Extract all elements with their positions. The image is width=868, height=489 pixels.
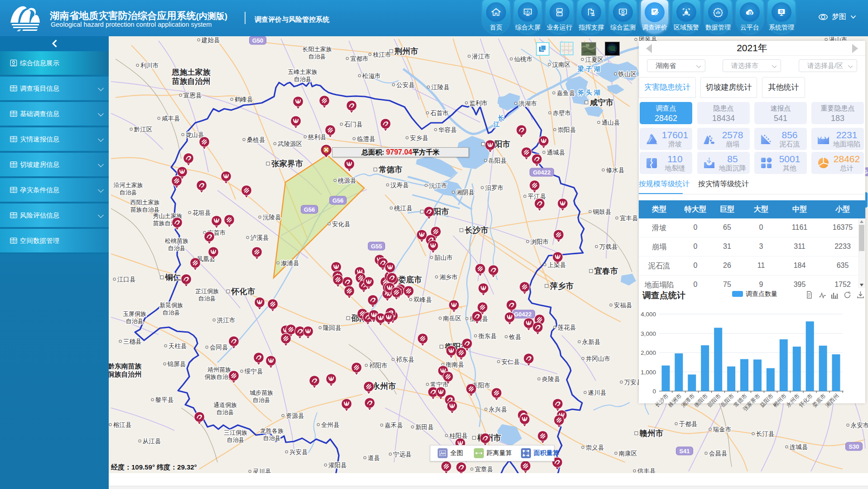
svg-text:自治县: 自治县 (126, 318, 144, 324)
svg-text:祁阳市: 祁阳市 (369, 362, 388, 369)
svg-text:仙桃市: 仙桃市 (514, 56, 533, 63)
svg-text:江陵县: 江陵县 (431, 84, 450, 91)
svg-text:会昌县: 会昌县 (709, 450, 728, 457)
svg-text:常德市: 常德市 (379, 165, 403, 174)
svg-text:咸丰县: 咸丰县 (162, 115, 180, 122)
svg-text:S41: S41 (679, 448, 690, 455)
svg-text:崇阳县: 崇阳县 (558, 126, 576, 133)
svg-text:桑植县: 桑植县 (247, 136, 265, 143)
svg-text:长汀县: 长汀县 (756, 431, 775, 437)
svg-text:江夏区: 江夏区 (585, 56, 604, 63)
svg-text:自治县: 自治县 (227, 436, 245, 443)
svg-text:梁 子 湖: 梁 子 湖 (577, 65, 600, 73)
svg-text:沅陵县: 沅陵县 (263, 214, 281, 221)
svg-text:侗族自治州: 侗族自治州 (109, 370, 142, 378)
svg-text:恩施土家族: 恩施土家族 (172, 68, 211, 77)
svg-text:怀化市: 怀化市 (231, 287, 256, 296)
svg-text:三穗县: 三穗县 (123, 338, 142, 345)
svg-text:长沙市: 长沙市 (464, 226, 489, 235)
svg-text:武陵源区: 武陵源区 (277, 140, 302, 147)
svg-text:S30: S30 (849, 443, 859, 450)
svg-text:兴安县: 兴安县 (289, 449, 308, 455)
svg-text:铜仁: 铜仁 (165, 273, 182, 282)
svg-text:龙胜各族: 龙胜各族 (260, 427, 284, 434)
svg-text:建始县: 建始县 (201, 37, 220, 44)
svg-text:莲花县: 莲花县 (558, 324, 576, 331)
svg-text:通山县: 通山县 (602, 119, 620, 126)
svg-text:通城县: 通城县 (547, 149, 565, 156)
svg-text:咸宁市: 咸宁市 (589, 98, 614, 107)
svg-text:苗族自治县: 苗族自治县 (130, 206, 160, 213)
svg-text:自治县: 自治县 (253, 397, 270, 403)
svg-text:祁东县: 祁东县 (395, 356, 415, 363)
svg-text:宣恩县: 宣恩县 (183, 92, 202, 99)
svg-text:安化县: 安化县 (332, 221, 351, 228)
svg-text:G56: G56 (304, 206, 315, 213)
svg-text:自治县: 自治县 (163, 309, 180, 316)
svg-text:新晃侗族: 新晃侗族 (159, 302, 183, 309)
svg-text:汨罗市: 汨罗市 (485, 184, 504, 191)
svg-text:万载县: 万载县 (599, 243, 618, 250)
svg-text:三江侗族: 三江侗族 (224, 429, 247, 436)
svg-text:资源县: 资源县 (286, 412, 304, 419)
svg-text:公安县: 公安县 (396, 82, 415, 88)
svg-text:娄底市: 娄底市 (398, 275, 422, 284)
svg-text:双峰县: 双峰县 (414, 296, 432, 303)
svg-text:永安市: 永安市 (850, 422, 868, 429)
svg-text:靖州苗族: 靖州苗族 (207, 366, 231, 373)
svg-text:斧 头 湖: 斧 头 湖 (577, 89, 600, 96)
svg-text:安福县: 安福县 (614, 302, 632, 309)
svg-text:桃源县: 桃源县 (338, 177, 357, 184)
svg-text:全州县: 全州县 (321, 421, 340, 428)
svg-text:炎陵县: 炎陵县 (542, 376, 560, 382)
svg-text:G55: G55 (371, 243, 382, 250)
svg-text:长阳土家族: 长阳土家族 (303, 46, 332, 53)
svg-text:松滋市: 松滋市 (362, 73, 381, 79)
svg-text:浏阳市: 浏阳市 (530, 238, 549, 245)
svg-text:宜章县: 宜章县 (475, 466, 493, 473)
svg-text:赣州市: 赣州市 (639, 429, 664, 438)
svg-text:宜丰县: 宜丰县 (620, 215, 638, 222)
svg-text:安乡县: 安乡县 (410, 135, 429, 141)
svg-text:枝江市: 枝江市 (373, 51, 391, 58)
svg-text:瑞金市: 瑞金市 (713, 426, 732, 433)
svg-text:衡南县: 衡南县 (446, 361, 464, 368)
svg-text:玉屏侗族: 玉屏侗族 (123, 310, 146, 317)
svg-text:黔东南苗族: 黔东南苗族 (109, 362, 142, 370)
svg-text:芷江侗族: 芷江侗族 (195, 288, 219, 295)
svg-text:连城县: 连城县 (790, 444, 808, 450)
svg-text:临澧县: 临澧县 (357, 136, 376, 142)
svg-text:慈利县: 慈利县 (308, 134, 327, 140)
svg-text:自治县: 自治县 (168, 245, 186, 252)
svg-text:绥宁县: 绥宁县 (245, 368, 263, 375)
svg-text:自治县: 自治县 (198, 295, 216, 302)
svg-text:永兴县: 永兴县 (488, 406, 507, 413)
svg-text:隆回县: 隆回县 (323, 324, 342, 331)
svg-text:井冈山市: 井冈山市 (586, 355, 610, 362)
svg-text:监利市: 监利市 (469, 100, 488, 107)
svg-text:张家界市: 张家界市 (271, 159, 304, 168)
svg-text:于都县: 于都县 (679, 421, 698, 427)
svg-text:4,000: 4,000 (641, 311, 656, 318)
svg-text:汉寿县: 汉寿县 (391, 182, 409, 189)
svg-text:道县: 道县 (368, 455, 381, 461)
svg-text:南岳区: 南岳区 (443, 315, 462, 322)
svg-text:自治县: 自治县 (120, 189, 137, 196)
svg-text:自治县: 自治县 (217, 409, 234, 416)
svg-text:湘乡市: 湘乡市 (439, 274, 458, 281)
svg-text:G50: G50 (252, 37, 264, 44)
svg-text:荆州市: 荆州市 (394, 47, 419, 56)
svg-text:锦屏县: 锦屏县 (167, 361, 186, 368)
svg-text:2,000: 2,000 (641, 349, 656, 356)
svg-text:永新县: 永新县 (582, 339, 601, 345)
svg-text:自治县: 自治县 (294, 76, 312, 82)
svg-text:华容县: 华容县 (439, 126, 457, 133)
svg-text:3,000: 3,000 (641, 330, 656, 337)
svg-text:洪江市: 洪江市 (217, 317, 236, 324)
svg-text:天柱县: 天柱县 (169, 343, 187, 349)
svg-text:宜春市: 宜春市 (594, 266, 618, 276)
svg-text:溆浦县: 溆浦县 (281, 260, 299, 266)
svg-text:黎平县: 黎平县 (155, 397, 174, 403)
svg-text:利川市: 利川市 (140, 62, 159, 69)
svg-text:G0422: G0422 (514, 311, 531, 318)
